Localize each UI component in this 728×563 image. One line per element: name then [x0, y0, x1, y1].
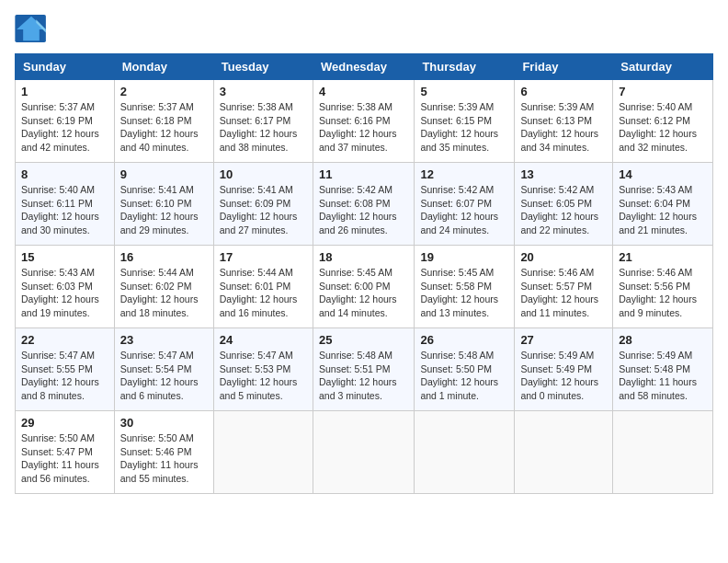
day-info: Sunrise: 5:38 AM Sunset: 6:17 PM Dayligh… — [220, 100, 307, 155]
day-number: 2 — [120, 85, 208, 98]
day-number: 15 — [21, 250, 108, 264]
day-number: 3 — [220, 85, 307, 98]
calendar-cell: 22Sunrise: 5:47 AM Sunset: 5:55 PM Dayli… — [16, 328, 115, 411]
calendar-cell: 17Sunrise: 5:44 AM Sunset: 6:01 PM Dayli… — [213, 246, 313, 328]
day-number: 8 — [21, 167, 108, 181]
logo-icon — [15, 15, 48, 42]
day-info: Sunrise: 5:39 AM Sunset: 6:13 PM Dayligh… — [520, 100, 607, 155]
day-info: Sunrise: 5:37 AM Sunset: 6:19 PM Dayligh… — [21, 100, 108, 155]
day-number: 18 — [319, 250, 408, 264]
calendar-week-2: 8Sunrise: 5:40 AM Sunset: 6:11 PM Daylig… — [16, 163, 713, 246]
calendar-header-row: SundayMondayTuesdayWednesdayThursdayFrid… — [16, 54, 713, 80]
day-info: Sunrise: 5:37 AM Sunset: 6:18 PM Dayligh… — [120, 100, 208, 155]
calendar-week-5: 29Sunrise: 5:50 AM Sunset: 5:47 PM Dayli… — [16, 411, 713, 494]
day-number: 10 — [220, 167, 307, 181]
day-info: Sunrise: 5:42 AM Sunset: 6:08 PM Dayligh… — [319, 183, 408, 237]
day-number: 6 — [520, 85, 607, 98]
day-info: Sunrise: 5:47 AM Sunset: 5:54 PM Dayligh… — [120, 349, 208, 403]
weekday-header-friday: Friday — [515, 54, 613, 80]
calendar-cell: 19Sunrise: 5:45 AM Sunset: 5:58 PM Dayli… — [415, 246, 515, 328]
day-number: 4 — [319, 85, 408, 98]
day-info: Sunrise: 5:48 AM Sunset: 5:51 PM Dayligh… — [319, 349, 408, 403]
day-info: Sunrise: 5:45 AM Sunset: 5:58 PM Dayligh… — [420, 266, 508, 320]
day-number: 22 — [21, 333, 108, 347]
day-number: 17 — [220, 250, 307, 264]
calendar-cell: 25Sunrise: 5:48 AM Sunset: 5:51 PM Dayli… — [313, 328, 414, 411]
calendar-cell: 10Sunrise: 5:41 AM Sunset: 6:09 PM Dayli… — [213, 163, 313, 246]
weekday-header-sunday: Sunday — [16, 54, 115, 80]
calendar-cell: 21Sunrise: 5:46 AM Sunset: 5:56 PM Dayli… — [613, 246, 713, 328]
calendar-cell: 1Sunrise: 5:37 AM Sunset: 6:19 PM Daylig… — [16, 80, 115, 163]
day-info: Sunrise: 5:38 AM Sunset: 6:16 PM Dayligh… — [319, 100, 408, 155]
calendar-cell: 9Sunrise: 5:41 AM Sunset: 6:10 PM Daylig… — [114, 163, 213, 246]
day-number: 24 — [220, 333, 307, 347]
day-number: 1 — [21, 85, 108, 98]
day-number: 9 — [120, 167, 208, 181]
day-info: Sunrise: 5:46 AM Sunset: 5:57 PM Dayligh… — [520, 266, 607, 320]
page-header — [15, 15, 713, 42]
day-info: Sunrise: 5:45 AM Sunset: 6:00 PM Dayligh… — [319, 266, 408, 320]
day-info: Sunrise: 5:40 AM Sunset: 6:12 PM Dayligh… — [619, 100, 707, 155]
day-info: Sunrise: 5:48 AM Sunset: 5:50 PM Dayligh… — [420, 349, 508, 403]
day-info: Sunrise: 5:47 AM Sunset: 5:55 PM Dayligh… — [21, 349, 108, 403]
weekday-header-wednesday: Wednesday — [313, 54, 414, 80]
weekday-header-thursday: Thursday — [415, 54, 515, 80]
calendar-cell: 20Sunrise: 5:46 AM Sunset: 5:57 PM Dayli… — [515, 246, 613, 328]
calendar-cell: 4Sunrise: 5:38 AM Sunset: 6:16 PM Daylig… — [313, 80, 414, 163]
day-info: Sunrise: 5:46 AM Sunset: 5:56 PM Dayligh… — [619, 266, 707, 320]
day-info: Sunrise: 5:44 AM Sunset: 6:01 PM Dayligh… — [220, 266, 307, 320]
calendar-cell — [313, 411, 414, 494]
day-number: 16 — [120, 250, 208, 264]
day-number: 21 — [619, 250, 707, 264]
calendar-cell: 24Sunrise: 5:47 AM Sunset: 5:53 PM Dayli… — [213, 328, 313, 411]
logo — [15, 15, 51, 42]
calendar-cell: 27Sunrise: 5:49 AM Sunset: 5:49 PM Dayli… — [515, 328, 613, 411]
day-info: Sunrise: 5:49 AM Sunset: 5:49 PM Dayligh… — [520, 349, 607, 403]
day-info: Sunrise: 5:44 AM Sunset: 6:02 PM Dayligh… — [120, 266, 208, 320]
calendar-table: SundayMondayTuesdayWednesdayThursdayFrid… — [15, 53, 713, 494]
day-number: 14 — [619, 167, 707, 181]
day-info: Sunrise: 5:49 AM Sunset: 5:48 PM Dayligh… — [619, 349, 707, 403]
day-number: 19 — [420, 250, 508, 264]
calendar-cell: 28Sunrise: 5:49 AM Sunset: 5:48 PM Dayli… — [613, 328, 713, 411]
calendar-cell: 18Sunrise: 5:45 AM Sunset: 6:00 PM Dayli… — [313, 246, 414, 328]
calendar-cell: 16Sunrise: 5:44 AM Sunset: 6:02 PM Dayli… — [114, 246, 213, 328]
day-info: Sunrise: 5:39 AM Sunset: 6:15 PM Dayligh… — [420, 100, 508, 155]
day-number: 12 — [420, 167, 508, 181]
calendar-cell: 30Sunrise: 5:50 AM Sunset: 5:46 PM Dayli… — [114, 411, 213, 494]
calendar-week-3: 15Sunrise: 5:43 AM Sunset: 6:03 PM Dayli… — [16, 246, 713, 328]
day-number: 26 — [420, 333, 508, 347]
day-number: 13 — [520, 167, 607, 181]
day-number: 29 — [21, 416, 108, 430]
day-info: Sunrise: 5:43 AM Sunset: 6:03 PM Dayligh… — [21, 266, 108, 320]
day-number: 5 — [420, 85, 508, 98]
calendar-cell: 7Sunrise: 5:40 AM Sunset: 6:12 PM Daylig… — [613, 80, 713, 163]
day-number: 27 — [520, 333, 607, 347]
calendar-cell: 14Sunrise: 5:43 AM Sunset: 6:04 PM Dayli… — [613, 163, 713, 246]
calendar-cell: 5Sunrise: 5:39 AM Sunset: 6:15 PM Daylig… — [415, 80, 515, 163]
day-number: 7 — [619, 85, 707, 98]
calendar-cell: 26Sunrise: 5:48 AM Sunset: 5:50 PM Dayli… — [415, 328, 515, 411]
day-number: 28 — [619, 333, 707, 347]
calendar-cell — [613, 411, 713, 494]
day-info: Sunrise: 5:42 AM Sunset: 6:05 PM Dayligh… — [520, 183, 607, 237]
calendar-week-1: 1Sunrise: 5:37 AM Sunset: 6:19 PM Daylig… — [16, 80, 713, 163]
day-info: Sunrise: 5:43 AM Sunset: 6:04 PM Dayligh… — [619, 183, 707, 237]
calendar-cell: 3Sunrise: 5:38 AM Sunset: 6:17 PM Daylig… — [213, 80, 313, 163]
calendar-cell: 15Sunrise: 5:43 AM Sunset: 6:03 PM Dayli… — [16, 246, 115, 328]
day-info: Sunrise: 5:41 AM Sunset: 6:10 PM Dayligh… — [120, 183, 208, 237]
day-info: Sunrise: 5:41 AM Sunset: 6:09 PM Dayligh… — [220, 183, 307, 237]
day-number: 25 — [319, 333, 408, 347]
calendar-cell: 23Sunrise: 5:47 AM Sunset: 5:54 PM Dayli… — [114, 328, 213, 411]
day-info: Sunrise: 5:50 AM Sunset: 5:46 PM Dayligh… — [120, 431, 208, 486]
day-number: 30 — [120, 416, 208, 430]
calendar-cell: 8Sunrise: 5:40 AM Sunset: 6:11 PM Daylig… — [16, 163, 115, 246]
calendar-cell: 6Sunrise: 5:39 AM Sunset: 6:13 PM Daylig… — [515, 80, 613, 163]
day-number: 11 — [319, 167, 408, 181]
day-info: Sunrise: 5:50 AM Sunset: 5:47 PM Dayligh… — [21, 431, 108, 486]
calendar-cell: 12Sunrise: 5:42 AM Sunset: 6:07 PM Dayli… — [415, 163, 515, 246]
calendar-cell — [515, 411, 613, 494]
calendar-cell: 2Sunrise: 5:37 AM Sunset: 6:18 PM Daylig… — [114, 80, 213, 163]
day-info: Sunrise: 5:40 AM Sunset: 6:11 PM Dayligh… — [21, 183, 108, 237]
day-info: Sunrise: 5:42 AM Sunset: 6:07 PM Dayligh… — [420, 183, 508, 237]
